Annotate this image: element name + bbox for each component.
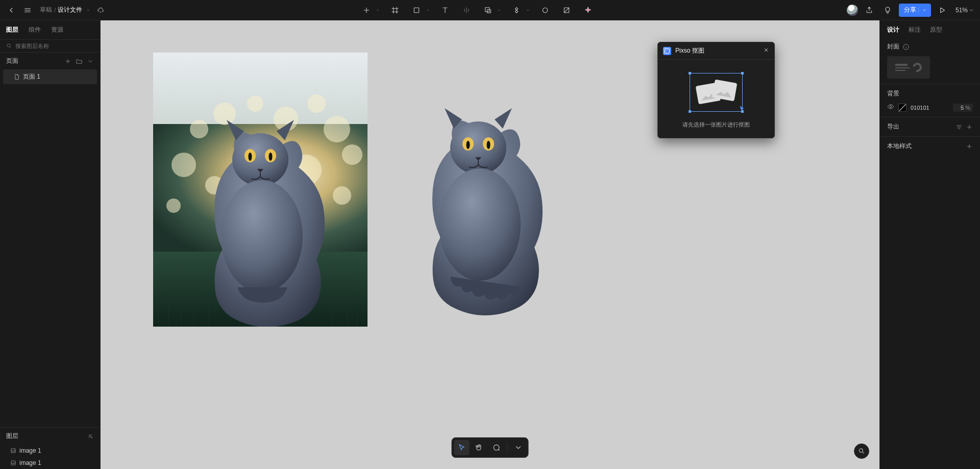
svg-point-19 — [333, 186, 351, 205]
cloud-sync-icon[interactable] — [93, 3, 108, 17]
plugin-popup: Pixso 抠图 请先选择一张图片进行抠图 — [657, 42, 775, 138]
local-styles-add-icon[interactable] — [966, 143, 973, 150]
circle-tool[interactable] — [538, 3, 552, 17]
layer-item[interactable]: image 1 — [0, 457, 100, 469]
svg-point-16 — [172, 153, 196, 177]
layer-name: image 1 — [19, 447, 41, 454]
share-button[interactable]: 分享 — [899, 4, 931, 17]
canvas-image-cutout[interactable] — [402, 107, 555, 332]
share-node-icon[interactable] — [862, 3, 876, 17]
export-settings-icon[interactable] — [955, 124, 963, 131]
help-chat-button[interactable] — [854, 443, 869, 459]
add-tool[interactable] — [359, 3, 374, 17]
background-label: 背景 — [887, 89, 899, 98]
breadcrumb-file[interactable]: 设计文件 — [58, 6, 82, 14]
preview-button[interactable] — [935, 3, 949, 17]
rp-tab-prototype[interactable]: 原型 — [930, 26, 942, 34]
breadcrumb-folder[interactable]: 草稿 — [40, 6, 52, 14]
add-dropdown-icon[interactable] — [375, 3, 381, 17]
svg-point-15 — [324, 116, 350, 142]
align-tool[interactable] — [459, 3, 474, 17]
back-button[interactable] — [4, 3, 18, 17]
tab-layers[interactable]: 图层 — [6, 26, 18, 37]
page-icon — [13, 73, 20, 80]
toolbar-more[interactable] — [511, 440, 526, 455]
svg-point-5 — [7, 44, 10, 47]
bg-visibility-toggle[interactable] — [887, 103, 894, 112]
export-label: 导出 — [887, 122, 899, 131]
layer-item[interactable]: image 1 — [0, 445, 100, 457]
popup-illustration — [690, 73, 743, 112]
local-styles-label: 本地样式 — [887, 142, 912, 151]
image-layer-icon — [10, 460, 16, 466]
svg-point-29 — [450, 121, 506, 175]
lightbulb-icon[interactable] — [880, 3, 895, 17]
frame-tool[interactable] — [388, 3, 402, 17]
pointer-tool[interactable] — [454, 440, 470, 455]
rp-tab-annotate[interactable]: 标注 — [909, 26, 921, 34]
page-item[interactable]: 页面 1 — [3, 69, 97, 84]
layer-name: image 1 — [19, 459, 41, 466]
svg-point-14 — [307, 94, 326, 113]
layer-search-input[interactable] — [15, 43, 94, 49]
svg-point-11 — [213, 103, 236, 125]
pages-label: 页面 — [6, 57, 18, 65]
svg-rect-0 — [414, 8, 419, 12]
cover-preview[interactable] — [887, 56, 930, 79]
popup-title: Pixso 抠图 — [675, 46, 704, 55]
boolean-dropdown-icon[interactable] — [496, 3, 502, 17]
bg-hex-value[interactable]: 010101 — [911, 105, 949, 111]
menu-button[interactable] — [20, 3, 35, 17]
add-page-icon[interactable] — [64, 58, 71, 65]
text-tool[interactable] — [438, 3, 452, 17]
svg-point-28 — [221, 180, 303, 292]
hand-tool[interactable] — [472, 440, 487, 455]
collapse-pages-icon[interactable] — [87, 58, 94, 65]
svg-rect-2 — [487, 9, 491, 13]
popup-close-button[interactable] — [763, 47, 769, 55]
canvas[interactable]: Pixso 抠图 请先选择一张图片进行抠图 — [101, 20, 879, 469]
comment-tool[interactable] — [489, 440, 504, 455]
svg-point-3 — [543, 8, 547, 12]
export-add-icon[interactable] — [966, 124, 973, 131]
share-button-label: 分享 — [904, 6, 916, 14]
page-folder-icon[interactable] — [76, 58, 83, 65]
info-icon[interactable] — [902, 43, 910, 51]
file-dropdown-icon[interactable] — [85, 3, 91, 17]
rp-tab-design[interactable]: 设计 — [887, 26, 899, 34]
bg-opacity-input[interactable]: 5 % — [953, 104, 973, 112]
component-tool[interactable] — [509, 3, 524, 17]
svg-point-32 — [467, 141, 470, 149]
plugin-icon — [663, 47, 671, 55]
svg-point-33 — [487, 141, 491, 149]
svg-point-20 — [166, 199, 181, 213]
shape-dropdown-icon[interactable] — [425, 3, 431, 17]
tab-components[interactable]: 组件 — [29, 26, 41, 37]
boolean-tool[interactable] — [481, 3, 495, 17]
image-layer-icon — [10, 448, 16, 454]
popup-hint: 请先选择一张图片进行抠图 — [682, 121, 750, 129]
page-name: 页面 1 — [23, 72, 40, 81]
layer-sort-icon[interactable] — [87, 433, 94, 440]
canvas-image-original[interactable] — [153, 53, 368, 327]
layers-section-label: 图层 — [6, 432, 18, 440]
bg-color-swatch[interactable] — [898, 104, 906, 112]
svg-point-34 — [439, 168, 521, 281]
ai-tool[interactable] — [581, 3, 595, 17]
zoom-control[interactable]: 51% — [953, 7, 976, 14]
mask-tool[interactable] — [559, 3, 574, 17]
svg-point-21 — [342, 144, 362, 165]
cover-label: 封面 — [887, 42, 899, 51]
popup-header[interactable]: Pixso 抠图 — [658, 42, 774, 60]
svg-point-37 — [890, 106, 892, 108]
tab-assets[interactable]: 资源 — [51, 26, 63, 37]
component-dropdown-icon[interactable] — [525, 3, 531, 17]
breadcrumb: 草稿 / 设计文件 — [40, 3, 91, 17]
svg-point-35 — [859, 449, 863, 452]
user-avatar[interactable] — [847, 5, 858, 16]
canvas-toolbar — [452, 437, 529, 458]
svg-point-23 — [232, 133, 288, 186]
share-dropdown-icon[interactable] — [918, 8, 929, 13]
shape-tool[interactable] — [409, 3, 424, 17]
svg-point-12 — [247, 95, 263, 112]
